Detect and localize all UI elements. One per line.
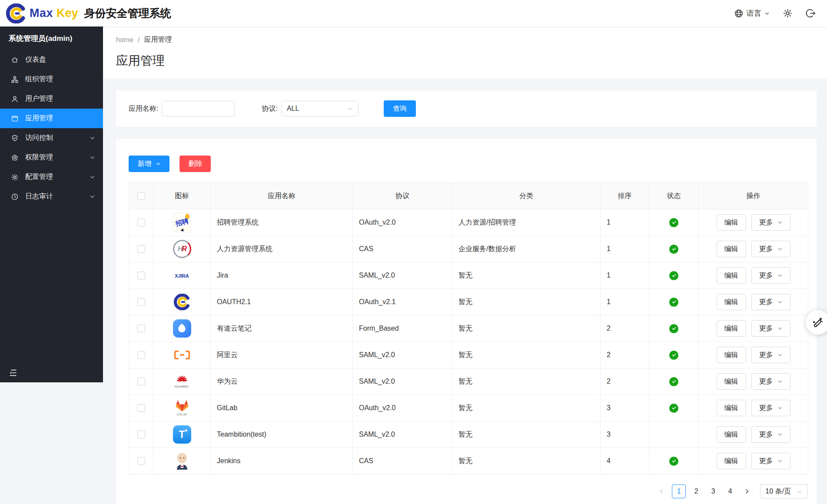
edit-button[interactable]: 编辑: [717, 320, 746, 337]
edit-button[interactable]: 编辑: [717, 400, 746, 416]
edit-button[interactable]: 编辑: [717, 373, 746, 390]
status-cell: [649, 262, 699, 289]
chevron-down-icon: [777, 352, 783, 358]
sidebar-item-permissions[interactable]: 权限管理: [0, 148, 103, 167]
status-active-icon: [669, 298, 678, 307]
row-checkbox[interactable]: [137, 298, 145, 306]
more-button[interactable]: 更多: [751, 347, 790, 363]
status-cell: [649, 395, 699, 421]
column-header-sort: 排序: [601, 183, 649, 209]
sort-cell: 1: [601, 236, 649, 262]
app-name-input[interactable]: [162, 101, 235, 116]
aliyun-app-logo-icon: [173, 351, 191, 358]
status-active-icon: [669, 324, 678, 333]
select-all-checkbox[interactable]: [137, 192, 145, 200]
more-button-label: 更多: [759, 324, 773, 333]
status-cell: [649, 236, 699, 262]
chevron-down-icon: [90, 194, 95, 199]
more-button-label: 更多: [759, 218, 773, 227]
row-checkbox[interactable]: [137, 404, 145, 412]
jira-app-logo-icon: XJIRA: [175, 272, 189, 279]
sidebar-item-organization[interactable]: 组织管理: [0, 70, 103, 89]
protocol-cell: SAML_v2.0: [353, 342, 452, 368]
prev-page-button[interactable]: [655, 484, 668, 498]
sidebar-item-dashboard[interactable]: 仪表盘: [0, 50, 103, 70]
chevron-down-icon: [777, 220, 783, 225]
sidebar-item-label: 权限管理: [25, 153, 53, 162]
language-menu[interactable]: 语言: [734, 8, 770, 18]
sidebar-item-users[interactable]: 用户管理: [0, 89, 103, 109]
row-checkbox[interactable]: [137, 457, 145, 465]
category-cell: 人力资源/招聘管理: [452, 209, 601, 236]
sidebar-item-applications[interactable]: 应用管理: [0, 109, 103, 128]
sidebar-item-configuration[interactable]: 配置管理: [0, 167, 103, 187]
row-checkbox[interactable]: [137, 245, 145, 253]
protocol-select-value: ALL: [287, 105, 299, 113]
next-page-button[interactable]: [741, 484, 754, 498]
logout-button[interactable]: [806, 8, 816, 18]
sidebar-collapse-button[interactable]: [8, 368, 18, 378]
page-size-select[interactable]: 10 条/页: [760, 484, 808, 499]
breadcrumb-home-link[interactable]: home: [116, 36, 133, 44]
more-button[interactable]: 更多: [751, 400, 790, 416]
edit-button[interactable]: 编辑: [717, 241, 746, 257]
chevron-down-icon: [156, 161, 161, 166]
more-button[interactable]: 更多: [751, 214, 790, 231]
actions-cell: 编辑更多: [699, 368, 808, 395]
row-checkbox[interactable]: [137, 351, 145, 359]
chevron-down-icon: [764, 11, 770, 16]
menu-fold-icon: [8, 368, 18, 378]
sort-cell: 2: [601, 315, 649, 342]
page-button-2[interactable]: 2: [690, 484, 703, 498]
more-button[interactable]: 更多: [751, 373, 790, 390]
app-name-cell: 华为云: [211, 368, 353, 395]
magic-wand-floating-button[interactable]: [806, 310, 827, 335]
protocol-select[interactable]: ALL: [281, 101, 359, 116]
sort-cell: 3: [601, 421, 649, 448]
edit-button[interactable]: 编辑: [717, 267, 746, 284]
sort-cell: 2: [601, 342, 649, 368]
app-name-cell: GitLab: [211, 395, 353, 421]
sidebar-item-label: 配置管理: [25, 172, 53, 182]
column-header-app-name: 应用名称: [211, 183, 353, 209]
actions-cell: 编辑更多: [699, 209, 808, 236]
more-button[interactable]: 更多: [751, 320, 790, 337]
chevron-down-icon: [90, 135, 95, 141]
more-button[interactable]: 更多: [751, 426, 790, 443]
brand-title: 身份安全管理系统: [84, 6, 171, 20]
more-button[interactable]: 更多: [751, 267, 790, 284]
edit-button[interactable]: 编辑: [717, 294, 746, 310]
edit-button[interactable]: 编辑: [717, 453, 746, 469]
more-button[interactable]: 更多: [751, 241, 790, 257]
page-button-4[interactable]: 4: [724, 484, 737, 498]
row-checkbox[interactable]: [137, 272, 145, 279]
table-toolbar: 新增 删除: [129, 156, 808, 172]
search-panel: 应用名称: 协议: ALL 查询: [116, 90, 817, 127]
youdao-app-logo-icon: [173, 324, 191, 332]
more-button[interactable]: 更多: [751, 294, 790, 310]
status-cell: [649, 209, 699, 236]
edit-button[interactable]: 编辑: [717, 347, 746, 363]
row-checkbox[interactable]: [137, 325, 145, 332]
search-button[interactable]: 查询: [384, 100, 416, 117]
row-checkbox[interactable]: [137, 378, 145, 385]
chevron-down-icon: [777, 379, 783, 384]
add-button-label: 新增: [138, 159, 152, 169]
edit-button[interactable]: 编辑: [717, 214, 746, 231]
more-button[interactable]: 更多: [751, 453, 790, 469]
sidebar-item-access-control[interactable]: 访问控制: [0, 128, 103, 148]
edit-button[interactable]: 编辑: [717, 426, 746, 443]
sort-cell: 2: [601, 368, 649, 395]
brand-key: Key: [56, 7, 78, 20]
page-button-1[interactable]: 1: [672, 484, 686, 498]
table-row: HUAWEI华为云SAML_v2.0暂无2编辑更多: [129, 368, 808, 395]
sidebar-item-audit-log[interactable]: 日志审计: [0, 187, 103, 206]
row-checkbox[interactable]: [137, 431, 145, 438]
delete-button[interactable]: 删除: [179, 156, 211, 172]
page-button-3[interactable]: 3: [707, 484, 720, 498]
protocol-cell: OAuth_v2.0: [353, 395, 452, 421]
settings-gear-button[interactable]: [783, 8, 793, 18]
add-button[interactable]: 新增: [129, 156, 169, 172]
row-checkbox[interactable]: [137, 219, 145, 226]
status-cell: [649, 315, 699, 342]
